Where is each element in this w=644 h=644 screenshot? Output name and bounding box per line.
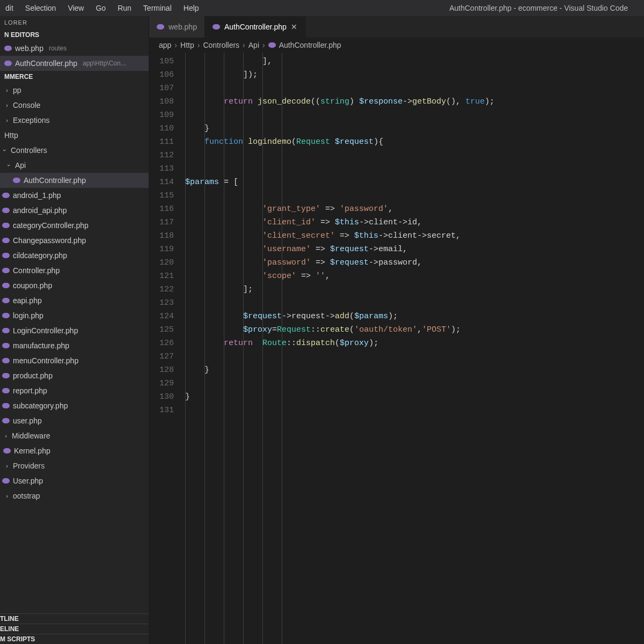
menu-help[interactable]: Help <box>178 2 204 14</box>
breadcrumb[interactable]: app› Http› Controllers› Api› AuthControl… <box>149 38 644 53</box>
file-item[interactable]: android_1.php <box>0 188 149 203</box>
menu-go[interactable]: Go <box>90 2 111 14</box>
file-hint: routes <box>49 45 67 52</box>
file-item[interactable]: product.php <box>0 368 149 383</box>
crumb[interactable]: AuthController.php <box>279 41 341 49</box>
folder-label: Exceptions <box>13 116 49 125</box>
tab-authcontroller[interactable]: AuthController.php ✕ <box>205 16 305 38</box>
folder-item[interactable]: ›ootstrap <box>0 488 149 503</box>
folder-item[interactable]: ›Api <box>0 158 149 173</box>
file-item[interactable]: cildcategory.php <box>0 248 149 263</box>
file-item[interactable]: report.php <box>0 383 149 398</box>
folder-item[interactable]: ›Exceptions <box>0 113 149 128</box>
line-number: 119 <box>149 243 182 256</box>
chevron-right-icon: › <box>262 41 265 49</box>
code-editor[interactable]: ], ]); return json_decode((string) $resp… <box>182 53 644 644</box>
chevron-right-icon: › <box>4 117 10 123</box>
line-number: 111 <box>149 135 182 149</box>
line-number: 118 <box>149 229 182 243</box>
line-gutter: 1051061071081091101111121131141151161171… <box>149 53 182 644</box>
php-file-icon <box>213 24 220 30</box>
php-file-icon <box>2 388 10 393</box>
php-file-icon <box>2 478 10 484</box>
php-file-icon <box>2 328 10 333</box>
file-label: manufacture.php <box>13 341 69 350</box>
file-label: user.php <box>13 416 42 425</box>
file-item[interactable]: Changepassword.php <box>0 233 149 248</box>
file-item[interactable]: coupon.php <box>0 278 149 293</box>
crumb[interactable]: app <box>159 41 171 49</box>
php-file-icon <box>4 61 12 66</box>
file-item[interactable]: eapi.php <box>0 293 149 308</box>
explorer-panel: LORER N EDITORS web.php routes AuthContr… <box>0 16 149 644</box>
menu-run[interactable]: Run <box>112 2 137 14</box>
project-header[interactable]: MMERCE <box>0 71 149 83</box>
file-label: subcategory.php <box>13 401 68 410</box>
menu-edit[interactable]: dit <box>0 2 19 14</box>
outline-panel[interactable]: TLINE <box>0 613 149 624</box>
file-item[interactable]: User.php <box>0 473 149 488</box>
line-number: 114 <box>149 175 182 189</box>
open-editor-item[interactable]: AuthController.php app\Http\Con... <box>0 56 149 71</box>
file-label: Controller.php <box>13 266 60 275</box>
file-item[interactable]: android_api.php <box>0 203 149 218</box>
file-label: product.php <box>13 371 53 380</box>
php-file-icon <box>2 283 10 288</box>
php-file-icon <box>2 193 10 198</box>
folder-label: Providers <box>13 462 45 470</box>
menu-view[interactable]: View <box>62 2 89 14</box>
file-item[interactable]: menuController.php <box>0 353 149 368</box>
timeline-panel[interactable]: ELINE <box>0 624 149 634</box>
line-number: 130 <box>149 390 182 404</box>
chevron-right-icon: › <box>197 41 200 49</box>
open-editors-header[interactable]: N EDITORS <box>0 29 149 41</box>
line-number: 106 <box>149 68 182 82</box>
php-file-icon <box>2 418 10 423</box>
file-label: menuController.php <box>13 356 78 365</box>
line-number: 131 <box>149 404 182 417</box>
file-label: categoryController.php <box>13 221 89 230</box>
php-file-icon <box>2 403 10 408</box>
file-hint: app\Http\Con... <box>83 60 126 67</box>
crumb[interactable]: Http <box>180 41 194 49</box>
php-file-icon <box>2 298 10 303</box>
menu-selection[interactable]: Selection <box>20 2 62 14</box>
file-item[interactable]: manufacture.php <box>0 338 149 353</box>
folder-item[interactable]: ›Controllers <box>0 143 149 158</box>
php-file-icon <box>2 343 10 348</box>
php-file-icon <box>2 223 10 228</box>
folder-item[interactable]: ›pp <box>0 83 149 98</box>
close-icon[interactable]: ✕ <box>291 23 297 31</box>
file-item[interactable]: login.php <box>0 308 149 323</box>
file-item[interactable]: LoginController.php <box>0 323 149 338</box>
window-title: AuthController.php - ecommerce - Visual … <box>444 2 633 14</box>
file-label: report.php <box>13 386 47 395</box>
folder-item[interactable]: Http <box>0 128 149 143</box>
chevron-down-icon: › <box>2 148 8 153</box>
file-label: android_api.php <box>13 206 67 215</box>
file-item[interactable]: Controller.php <box>0 263 149 278</box>
npm-scripts-panel[interactable]: M SCRIPTS <box>0 634 149 644</box>
file-item[interactable]: subcategory.php <box>0 398 149 413</box>
php-file-icon <box>4 46 12 51</box>
menu-terminal[interactable]: Terminal <box>138 2 177 14</box>
folder-item[interactable]: ›Console <box>0 98 149 113</box>
folder-item[interactable]: ›Middleware <box>0 428 149 443</box>
crumb[interactable]: Controllers <box>203 41 239 49</box>
open-editor-item[interactable]: web.php routes <box>0 41 149 56</box>
folder-label: Controllers <box>11 146 47 155</box>
file-item[interactable]: Kernel.php <box>0 443 149 458</box>
php-file-icon <box>2 268 10 273</box>
file-item[interactable]: categoryController.php <box>0 218 149 233</box>
file-label: LoginController.php <box>13 326 78 335</box>
crumb[interactable]: Api <box>248 41 259 49</box>
editor-tabs: web.php AuthController.php ✕ <box>149 16 644 38</box>
chevron-right-icon: › <box>174 41 177 49</box>
folder-label: Console <box>13 101 40 109</box>
file-item[interactable]: user.php <box>0 413 149 428</box>
menubar: dit Selection View Go Run Terminal Help … <box>0 0 644 16</box>
tab-web-php[interactable]: web.php <box>149 16 205 38</box>
file-label: eapi.php <box>13 296 42 305</box>
file-item[interactable]: AuthController.php <box>0 173 149 188</box>
folder-item[interactable]: ›Providers <box>0 458 149 473</box>
